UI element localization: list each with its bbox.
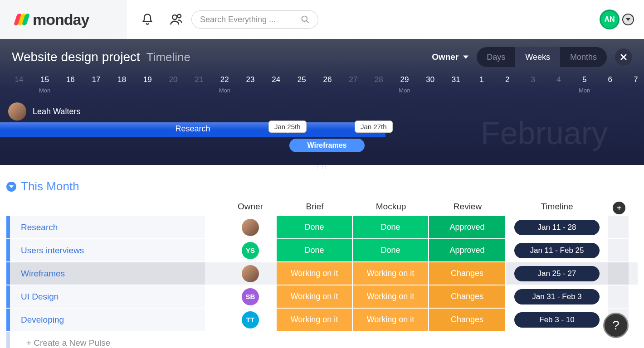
- date-cell: 21: [186, 75, 212, 84]
- cell-brief[interactable]: Working on it: [277, 285, 353, 308]
- owner-filter[interactable]: Owner: [432, 52, 468, 62]
- cell-owner[interactable]: [224, 219, 277, 236]
- date-cell: 2: [495, 75, 520, 84]
- cell-brief[interactable]: Done: [277, 216, 353, 238]
- cell-review[interactable]: Approved: [429, 239, 506, 261]
- table-row[interactable]: WireframesWorking on itWorking on itChan…: [6, 262, 638, 285]
- col-header-review[interactable]: Review: [429, 202, 506, 214]
- table-row[interactable]: UI DesignSBWorking on itWorking on itCha…: [6, 285, 638, 309]
- svg-marker-8: [9, 185, 14, 188]
- svg-point-0: [172, 15, 177, 19]
- date-cell: 3: [520, 75, 546, 84]
- caret-down-icon: [626, 17, 630, 22]
- board: This Month Owner Brief Mockup Review Tim…: [0, 169, 644, 348]
- date-cell: 24: [263, 75, 289, 84]
- table-row[interactable]: DevelopingTTWorking on itWorking on itCh…: [6, 309, 638, 332]
- search-icon: [301, 15, 310, 24]
- svg-point-2: [302, 16, 307, 22]
- caret-down-icon: [463, 54, 468, 60]
- date-cell: 14: [6, 75, 32, 84]
- item-name[interactable]: Users interviews: [10, 239, 205, 261]
- cell-brief[interactable]: Working on it: [277, 309, 353, 331]
- cell-mockup[interactable]: Working on it: [353, 262, 429, 285]
- user-avatar[interactable]: AN: [600, 10, 620, 29]
- view-name: Timeline: [146, 50, 190, 64]
- row-end: [608, 262, 629, 285]
- cell-mockup[interactable]: Done: [353, 216, 429, 238]
- close-button[interactable]: [615, 48, 632, 66]
- owner-avatar-icon: TT: [242, 311, 259, 329]
- date-cell: 7: [623, 75, 644, 84]
- date-cell: 16: [58, 75, 83, 84]
- cell-brief[interactable]: Working on it: [277, 262, 353, 285]
- group-title[interactable]: This Month: [21, 179, 79, 193]
- cell-owner[interactable]: TT: [224, 311, 277, 329]
- date-cell: 18: [109, 75, 135, 84]
- date-cell: 20: [161, 75, 186, 84]
- date-cell: 1: [469, 75, 494, 84]
- date-strip: 1415Mon16171819202122Mon23242526272829Mo…: [0, 75, 644, 102]
- cell-timeline[interactable]: Jan 25 - 27: [506, 262, 608, 285]
- svg-line-3: [307, 21, 309, 23]
- user-menu-caret[interactable]: [622, 14, 634, 25]
- cell-review[interactable]: Changes: [429, 262, 506, 285]
- add-column-button[interactable]: +: [613, 202, 625, 214]
- date-cell: 25: [289, 75, 314, 84]
- owner-avatar-icon: SB: [242, 288, 259, 305]
- scale-days[interactable]: Days: [477, 47, 515, 67]
- date-cell: 27: [341, 75, 366, 84]
- table-row[interactable]: Users interviewsYSDoneDoneApprovedJan 11…: [6, 239, 638, 262]
- item-name[interactable]: Research: [10, 216, 205, 238]
- scale-weeks[interactable]: Weeks: [515, 47, 560, 67]
- cell-owner[interactable]: [224, 265, 277, 282]
- date-cell: 23: [238, 75, 263, 84]
- people-icon[interactable]: [170, 13, 183, 26]
- bell-icon[interactable]: [141, 13, 154, 26]
- date-cell: 30: [418, 75, 443, 84]
- cell-owner[interactable]: YS: [224, 242, 277, 259]
- owner-avatar-icon: [242, 219, 259, 236]
- caret-down-icon: [9, 184, 14, 189]
- logo[interactable]: monday: [0, 0, 127, 39]
- cell-timeline[interactable]: Jan 11 - 28: [506, 220, 608, 235]
- row-end: [608, 239, 629, 261]
- cell-mockup[interactable]: Working on it: [353, 285, 429, 308]
- group-collapse-toggle[interactable]: [6, 182, 16, 192]
- col-header-timeline[interactable]: Timeline: [506, 202, 608, 214]
- date-cell: 29Mon: [392, 75, 417, 94]
- date-cell: 4: [546, 75, 571, 84]
- gantt-bar-research[interactable]: Research: [0, 122, 385, 137]
- panel-resize-handle[interactable]: ::::: [0, 165, 644, 169]
- cell-timeline[interactable]: Jan 31 - Feb 3: [506, 289, 608, 304]
- col-header-owner[interactable]: Owner: [224, 202, 277, 214]
- help-button[interactable]: ?: [603, 313, 629, 338]
- cell-owner[interactable]: SB: [224, 288, 277, 305]
- col-header-brief[interactable]: Brief: [277, 202, 353, 214]
- new-pulse-row[interactable]: + Create a New Pulse: [6, 332, 638, 348]
- cell-review[interactable]: Changes: [429, 309, 506, 331]
- date-cell: 31: [443, 75, 468, 84]
- scale-months[interactable]: Months: [560, 47, 607, 67]
- search-input[interactable]: Search Everything ...: [191, 10, 318, 29]
- date-cell: 15Mon: [32, 75, 58, 94]
- cell-mockup[interactable]: Working on it: [353, 309, 429, 331]
- date-cell: 28: [366, 75, 391, 84]
- item-name[interactable]: Wireframes: [10, 262, 205, 285]
- svg-marker-5: [463, 55, 468, 58]
- item-name[interactable]: Developing: [10, 309, 205, 331]
- date-cell: 5Mon: [572, 75, 597, 94]
- item-name[interactable]: UI Design: [10, 285, 205, 308]
- cell-timeline[interactable]: Jan 11 - Feb 25: [506, 243, 608, 258]
- date-tooltip-start: Jan 25th: [268, 121, 307, 133]
- cell-review[interactable]: Changes: [429, 285, 506, 308]
- owner-name: Leah Walters: [33, 107, 80, 116]
- svg-marker-4: [626, 18, 630, 21]
- cell-mockup[interactable]: Done: [353, 239, 429, 261]
- cell-review[interactable]: Approved: [429, 216, 506, 238]
- col-header-mockup[interactable]: Mockup: [353, 202, 429, 214]
- cell-timeline[interactable]: Feb 3 - 10: [506, 312, 608, 328]
- cell-brief[interactable]: Done: [277, 239, 353, 261]
- table-row[interactable]: ResearchDoneDoneApprovedJan 11 - 28: [6, 216, 638, 239]
- close-icon: [620, 53, 627, 61]
- gantt-bar-wireframes[interactable]: Wireframes: [289, 139, 365, 152]
